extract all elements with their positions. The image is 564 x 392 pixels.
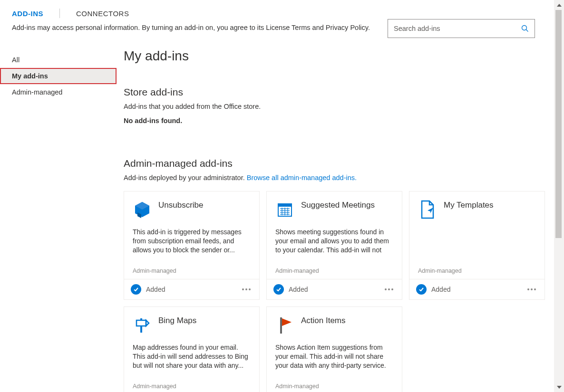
added-label: Added: [431, 286, 450, 293]
check-icon: [131, 284, 141, 295]
svg-marker-20: [282, 318, 292, 326]
addin-card-unsubscribe[interactable]: Unsubscribe This add-in is triggered by …: [124, 191, 260, 300]
scroll-track[interactable]: [554, 10, 564, 382]
calendar-icon: [275, 200, 294, 219]
card-title: Action Items: [301, 316, 346, 325]
cards-grid: Unsubscribe This add-in is triggered by …: [124, 191, 545, 392]
card-description: [409, 228, 545, 260]
card-description: Map addresses found in your email. This …: [124, 343, 259, 375]
card-meta: Admin-managed: [267, 268, 402, 279]
svg-marker-16: [146, 320, 149, 326]
admin-description-text: Add-ins deployed by your administrator.: [124, 174, 247, 182]
tab-separator: [59, 9, 60, 18]
svg-rect-17: [140, 326, 142, 333]
store-description: Add-ins that you added from the Office s…: [124, 103, 545, 110]
card-description: Shows Action Item suggestions from your …: [267, 343, 402, 375]
addin-card-action-items[interactable]: Action Items Shows Action Item suggestio…: [266, 306, 402, 392]
sidebar: All My add-ins Admin-managed: [0, 35, 117, 392]
template-icon: [418, 200, 437, 219]
scrollbar[interactable]: [554, 0, 564, 392]
card-meta: Admin-managed: [124, 383, 259, 392]
card-title: My Templates: [444, 200, 494, 210]
more-actions-button[interactable]: [525, 287, 538, 292]
added-label: Added: [289, 286, 308, 293]
cube-icon: [133, 200, 152, 219]
sidebar-item-label: My add-ins: [12, 72, 48, 80]
sidebar-item-all[interactable]: All: [0, 52, 117, 68]
card-meta: Admin-managed: [267, 383, 402, 392]
card-description: This add-in is triggered by messages fro…: [124, 228, 259, 260]
svg-rect-6: [278, 204, 292, 207]
card-meta: Admin-managed: [409, 268, 545, 279]
more-actions-button[interactable]: [383, 287, 395, 292]
svg-marker-21: [557, 4, 562, 7]
page-title: My add-ins: [124, 48, 545, 64]
svg-marker-14: [428, 208, 433, 213]
browse-all-link[interactable]: Browse all admin-managed add-ins.: [247, 174, 357, 182]
search-input[interactable]: [394, 25, 521, 32]
card-title: Bing Maps: [158, 316, 196, 325]
signpost-icon: [133, 316, 152, 335]
card-meta: Admin-managed: [124, 268, 259, 279]
svg-marker-22: [557, 386, 562, 389]
search-box[interactable]: [388, 19, 535, 38]
sidebar-item-admin-managed[interactable]: Admin-managed: [0, 84, 117, 100]
card-description: Shows meeting suggestions found in your …: [267, 228, 402, 260]
check-icon: [273, 284, 284, 295]
addin-card-bing-maps[interactable]: Bing Maps Map addresses found in your em…: [124, 306, 260, 392]
more-actions-button[interactable]: [240, 287, 253, 292]
admin-heading: Admin-managed add-ins: [124, 158, 545, 169]
svg-rect-15: [136, 320, 146, 326]
added-label: Added: [146, 286, 165, 293]
admin-description: Add-ins deployed by your administrator. …: [124, 174, 545, 182]
card-title: Unsubscribe: [158, 200, 204, 210]
addin-card-suggested-meetings[interactable]: Suggested Meetings Shows meeting suggest…: [266, 191, 402, 300]
addin-card-my-templates[interactable]: My Templates Admin-managed Added: [409, 191, 545, 300]
scroll-thumb[interactable]: [555, 10, 562, 238]
svg-rect-18: [140, 318, 142, 320]
store-empty-text: No add-ins found.: [124, 117, 545, 124]
store-heading: Store add-ins: [124, 86, 545, 98]
scroll-up-arrow[interactable]: [554, 0, 564, 10]
svg-rect-19: [280, 317, 282, 334]
tabs-row: ADD-INS CONNECTORS: [12, 9, 542, 18]
card-title: Suggested Meetings: [301, 200, 375, 210]
sidebar-item-my-addins[interactable]: My add-ins: [0, 68, 117, 84]
svg-line-1: [526, 29, 528, 31]
flag-icon: [275, 316, 294, 335]
svg-point-0: [522, 26, 527, 30]
check-icon: [416, 284, 427, 295]
scroll-down-arrow[interactable]: [554, 382, 564, 392]
tab-addins[interactable]: ADD-INS: [12, 10, 59, 18]
search-icon[interactable]: [521, 25, 529, 32]
tab-connectors[interactable]: CONNECTORS: [76, 10, 145, 18]
